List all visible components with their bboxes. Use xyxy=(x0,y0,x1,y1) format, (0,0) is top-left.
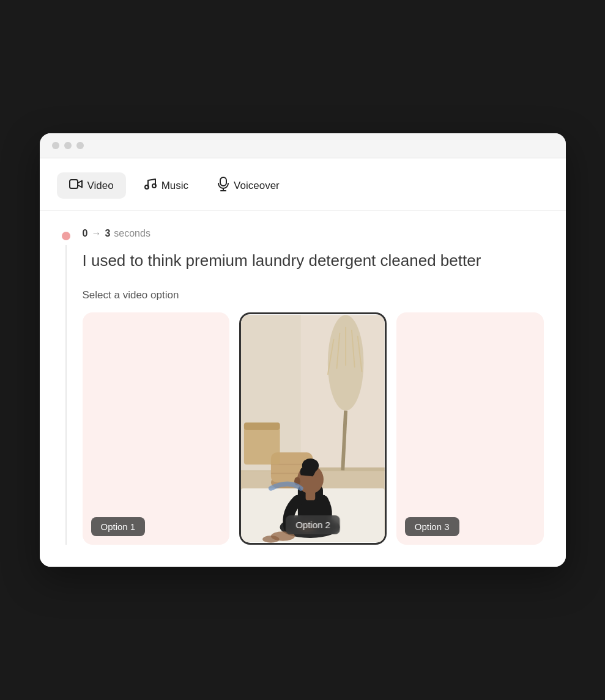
browser-dot-3 xyxy=(76,142,84,149)
option-3-label: Option 3 xyxy=(405,517,459,536)
mic-icon xyxy=(218,177,229,194)
tabs-bar: Video Music xyxy=(40,158,566,211)
time-arrow: → xyxy=(91,228,101,239)
tab-music[interactable]: Music xyxy=(131,171,201,200)
tab-video[interactable]: Video xyxy=(57,172,126,199)
video-preview-2 xyxy=(241,314,385,543)
browser-chrome xyxy=(40,133,566,158)
tab-video-label: Video xyxy=(87,180,114,192)
svg-point-2 xyxy=(152,184,156,188)
svg-rect-0 xyxy=(70,180,78,188)
main-caption-text: I used to think premium laundry detergen… xyxy=(83,250,511,271)
svg-rect-30 xyxy=(306,491,316,500)
time-label: 0 → 3 seconds xyxy=(83,228,544,239)
section-select-label: Select a video option xyxy=(83,289,544,301)
svg-rect-3 xyxy=(220,177,226,186)
tab-voiceover-label: Voiceover xyxy=(234,180,280,192)
main-content: 0 → 3 seconds I used to think premium la… xyxy=(40,211,566,566)
room-scene-svg xyxy=(241,314,385,543)
browser-window: Video Music xyxy=(40,133,566,566)
timeline-dot xyxy=(62,232,70,240)
svg-point-32 xyxy=(262,536,279,543)
tab-music-label: Music xyxy=(161,180,188,192)
browser-dot-2 xyxy=(64,142,72,149)
video-icon xyxy=(69,179,83,193)
video-options-grid: Option 1 xyxy=(83,312,544,545)
timeline-track xyxy=(65,245,67,544)
music-icon xyxy=(143,177,157,194)
time-unit: seconds xyxy=(114,228,150,239)
svg-point-1 xyxy=(145,185,149,189)
time-end: 3 xyxy=(105,228,110,239)
timeline-indicator xyxy=(62,228,70,544)
video-option-1[interactable]: Option 1 xyxy=(83,312,230,545)
video-option-2[interactable]: Option 2 xyxy=(239,312,387,545)
browser-dot-1 xyxy=(52,142,59,149)
time-start: 0 xyxy=(83,228,88,239)
video-option-3[interactable]: Option 3 xyxy=(396,312,544,545)
option-1-label: Option 1 xyxy=(91,517,146,536)
content-area: 0 → 3 seconds I used to think premium la… xyxy=(83,228,544,544)
browser-content: Video Music xyxy=(40,158,566,566)
svg-rect-22 xyxy=(244,422,280,430)
option-2-label: Option 2 xyxy=(286,515,340,534)
tab-voiceover[interactable]: Voiceover xyxy=(206,171,292,201)
